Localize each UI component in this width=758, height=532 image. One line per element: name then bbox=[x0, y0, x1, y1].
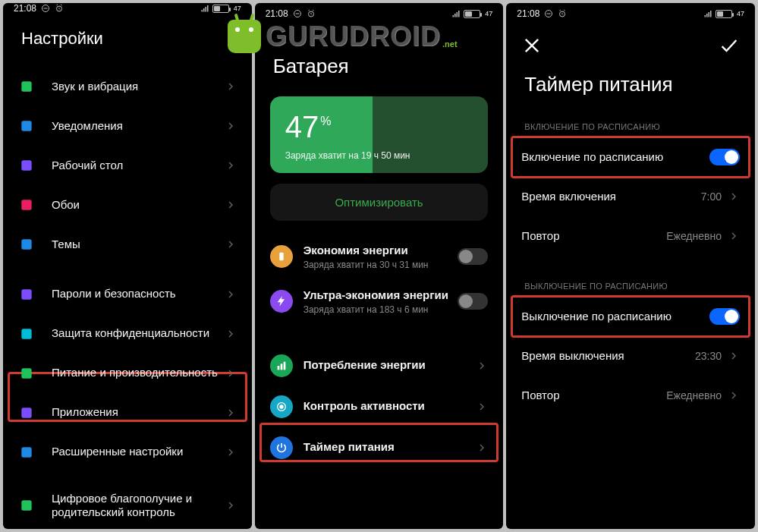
battery-screen: 21:08 47 Батарея 47 % Заряда хватит на 1… bbox=[255, 3, 504, 529]
svg-rect-9 bbox=[21, 160, 31, 170]
ultra-saver-row[interactable]: Ультра-экономия энергииЗаряда хватит на … bbox=[255, 279, 504, 324]
chevron-right-icon bbox=[225, 367, 237, 379]
close-button[interactable] bbox=[521, 35, 543, 56]
settings-row[interactable]: Звук и вибрация bbox=[3, 67, 252, 106]
signal-icon bbox=[451, 9, 461, 18]
battery-icon bbox=[212, 5, 229, 13]
svg-rect-8 bbox=[21, 121, 31, 131]
chevron-right-icon bbox=[728, 230, 740, 242]
row-icon bbox=[270, 290, 293, 313]
row-icon bbox=[270, 436, 293, 459]
status-time: 21:08 bbox=[517, 8, 539, 19]
row-label: Уведомления bbox=[52, 119, 225, 134]
svg-point-30 bbox=[280, 405, 283, 408]
svg-rect-26 bbox=[277, 366, 279, 370]
status-bar: 21:08 47 bbox=[255, 3, 504, 24]
row-toggle[interactable] bbox=[458, 248, 488, 265]
row-label: Таймер питания bbox=[304, 440, 477, 455]
svg-rect-11 bbox=[21, 239, 31, 249]
row-label: Ультра-экономия энергии bbox=[304, 288, 458, 303]
row-toggle[interactable] bbox=[458, 293, 488, 310]
row-label: Темы bbox=[52, 238, 225, 252]
chevron-right-icon bbox=[225, 407, 237, 419]
row-sublabel: Заряда хватит на 183 ч 6 мин bbox=[304, 304, 458, 315]
energy-usage-row[interactable]: Потребление энергии bbox=[255, 345, 504, 386]
svg-rect-6 bbox=[207, 5, 209, 12]
status-time: 21:08 bbox=[14, 3, 36, 14]
row-icon bbox=[18, 78, 35, 95]
row-icon bbox=[270, 245, 293, 268]
svg-rect-14 bbox=[21, 368, 31, 378]
svg-rect-5 bbox=[205, 7, 206, 12]
svg-rect-7 bbox=[21, 81, 31, 91]
page-title: Батарея bbox=[255, 24, 504, 90]
svg-rect-36 bbox=[709, 12, 710, 17]
alarm-icon bbox=[307, 9, 316, 18]
svg-rect-25 bbox=[279, 253, 283, 261]
chevron-right-icon bbox=[225, 159, 237, 172]
row-icon bbox=[18, 286, 35, 303]
svg-rect-17 bbox=[21, 501, 31, 511]
svg-rect-21 bbox=[453, 15, 454, 17]
svg-rect-13 bbox=[21, 329, 31, 338]
row-label: Приложения bbox=[52, 405, 225, 420]
row-label: Защита конфиденциальности bbox=[52, 326, 225, 341]
status-bar: 21:08 47 bbox=[506, 3, 755, 24]
signal-icon bbox=[703, 9, 712, 18]
dnd-icon bbox=[544, 9, 553, 18]
chevron-right-icon bbox=[225, 120, 237, 132]
schedule-off-toggle-row[interactable]: Выключение по расписанию bbox=[506, 297, 755, 336]
settings-row[interactable]: Уведомления bbox=[3, 106, 252, 146]
on-repeat-row[interactable]: Повтор Ежедневно bbox=[506, 216, 755, 256]
off-time-row[interactable]: Время выключения 23:30 bbox=[506, 336, 755, 376]
settings-row[interactable]: Расширенные настройки bbox=[3, 433, 252, 472]
battery-saver-row[interactable]: Экономия энергииЗаряда хватит на 30 ч 31… bbox=[255, 235, 504, 279]
svg-rect-34 bbox=[705, 15, 706, 17]
row-label: Потребление энергии bbox=[304, 358, 477, 373]
settings-row[interactable]: Приложения bbox=[3, 393, 252, 433]
dnd-icon bbox=[41, 4, 50, 13]
svg-rect-12 bbox=[21, 289, 31, 299]
chevron-right-icon bbox=[225, 499, 237, 512]
schedule-on-toggle-row[interactable]: Включение по расписанию bbox=[506, 137, 755, 177]
svg-rect-3 bbox=[201, 10, 203, 12]
battery-icon bbox=[464, 10, 480, 18]
chevron-right-icon bbox=[728, 190, 740, 203]
activity-control-row[interactable]: Контроль активности bbox=[255, 386, 504, 427]
alarm-icon bbox=[55, 4, 64, 13]
chevron-right-icon bbox=[476, 401, 488, 413]
settings-row[interactable]: Защита конфиденциальности bbox=[3, 314, 252, 354]
settings-row[interactable]: Обои bbox=[3, 185, 252, 225]
schedule-off-toggle[interactable] bbox=[709, 308, 740, 325]
settings-row[interactable]: Цифровое благополучие и родительский кон… bbox=[3, 483, 252, 530]
row-icon bbox=[18, 326, 35, 342]
section-on-label: ВКЛЮЧЕНИЕ ПО РАСПИСАНИЮ bbox=[506, 109, 755, 137]
battery-card[interactable]: 47 % Заряда хватит на 19 ч 50 мин bbox=[270, 96, 489, 173]
row-icon bbox=[18, 444, 35, 461]
optimize-button[interactable]: Оптимизировать bbox=[270, 184, 489, 221]
row-icon bbox=[18, 405, 35, 421]
chevron-right-icon bbox=[225, 446, 237, 458]
row-icon bbox=[18, 157, 35, 174]
svg-rect-27 bbox=[280, 364, 282, 370]
row-icon bbox=[270, 395, 293, 418]
on-time-row[interactable]: Время включения 7:00 bbox=[506, 177, 755, 216]
settings-row[interactable]: Рабочий стол bbox=[3, 146, 252, 185]
settings-row[interactable]: Питание и производительность bbox=[3, 354, 252, 393]
svg-rect-4 bbox=[203, 8, 205, 12]
battery-estimate: Заряда хватит на 19 ч 50 мин bbox=[285, 150, 473, 161]
off-repeat-row[interactable]: Повтор Ежедневно bbox=[506, 376, 755, 415]
page-title: Таймер питания bbox=[506, 59, 755, 109]
row-label: Цифровое благополучие и родительский кон… bbox=[52, 492, 225, 521]
settings-row[interactable]: Пароли и безопасность bbox=[3, 275, 252, 314]
chevron-right-icon bbox=[728, 350, 740, 362]
schedule-on-toggle[interactable] bbox=[709, 149, 740, 165]
chevron-right-icon bbox=[225, 328, 237, 340]
power-timer-row[interactable]: Таймер питания bbox=[255, 427, 504, 468]
settings-row[interactable]: Темы bbox=[3, 225, 252, 264]
svg-rect-15 bbox=[21, 408, 31, 417]
status-time: 21:08 bbox=[266, 8, 288, 19]
row-label: Расширенные настройки bbox=[52, 445, 225, 459]
confirm-button[interactable] bbox=[719, 35, 740, 56]
chevron-right-icon bbox=[225, 288, 237, 301]
